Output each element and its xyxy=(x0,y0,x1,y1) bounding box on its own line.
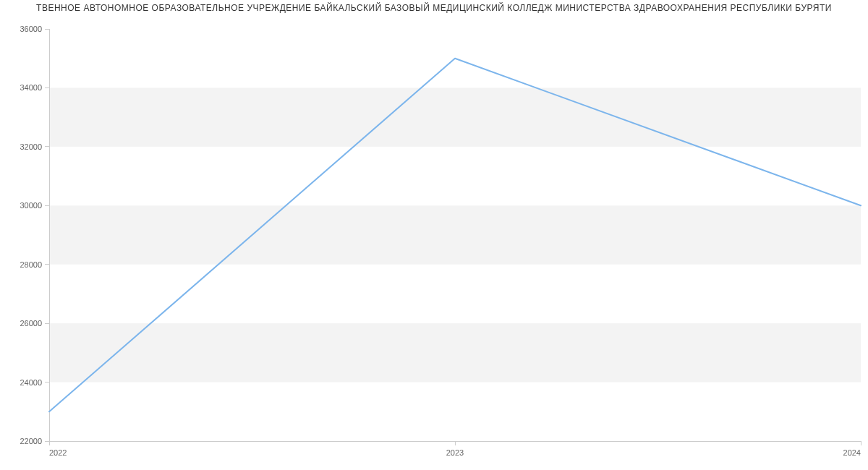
y-tick-label: 34000 xyxy=(20,83,42,92)
chart-svg: 2200024000260002800030000320003400036000… xyxy=(0,0,868,470)
y-tick-label: 24000 xyxy=(20,378,42,387)
y-tick-label: 30000 xyxy=(20,201,42,210)
plot-band xyxy=(49,87,861,146)
plot-band xyxy=(49,205,861,264)
y-tick-label: 32000 xyxy=(20,142,42,151)
chart-container: ТВЕННОЕ АВТОНОМНОЕ ОБРАЗОВАТЕЛЬНОЕ УЧРЕЖ… xyxy=(0,0,868,470)
plot-band xyxy=(49,323,861,382)
x-tick-label: 2022 xyxy=(49,448,67,457)
y-tick-label: 26000 xyxy=(20,319,42,328)
y-tick-label: 28000 xyxy=(20,260,42,269)
y-tick-label: 22000 xyxy=(20,437,42,445)
y-tick-label: 36000 xyxy=(20,25,42,33)
x-tick-label: 2024 xyxy=(843,448,861,457)
x-tick-label: 2023 xyxy=(446,448,464,457)
